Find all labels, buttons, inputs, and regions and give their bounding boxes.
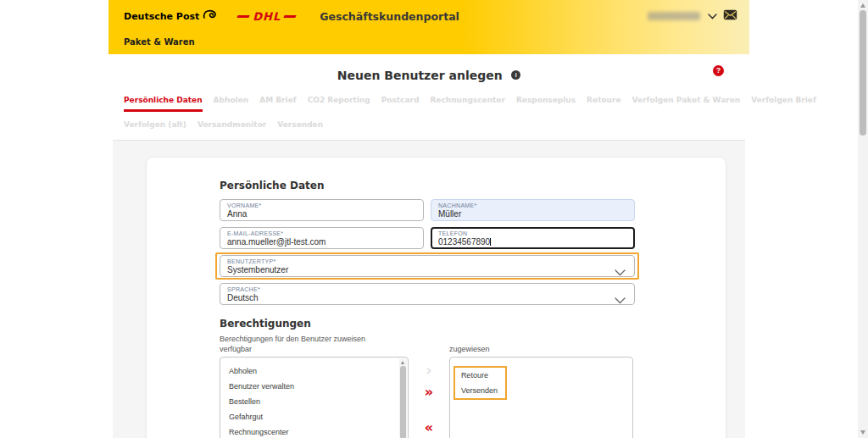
chevron-down-icon	[615, 264, 626, 280]
tab-verfolgen-alt[interactable]: Verfolgen (alt)	[124, 120, 186, 134]
posthorn-icon	[203, 8, 217, 24]
add-selected-button[interactable]: ›	[426, 363, 431, 378]
user-menu-chevron-down-icon[interactable]	[708, 14, 717, 19]
vorname-label: VORNAME*	[227, 202, 416, 209]
list-item[interactable]: Versenden	[455, 383, 505, 398]
nachname-field[interactable]: NACHNAME* Müller	[431, 199, 635, 221]
site-column: Deutsche Post DHL Geschäftskundenportal …	[108, 0, 749, 438]
help-icon[interactable]: ?	[713, 65, 724, 76]
form-card: Persönliche Daten VORNAME* Anna NACHNAME…	[146, 157, 726, 438]
text-cursor	[490, 238, 491, 246]
list-item[interactable]: Gefahrgut	[220, 409, 408, 424]
permissions-section: Berechtigungen Berechtigungen für den Be…	[220, 318, 633, 438]
vorname-value: Anna	[227, 209, 416, 219]
benutzertyp-label: BENUTZERTYP*	[227, 258, 627, 265]
transfer-buttons: › » « ‹	[409, 345, 449, 438]
scrollbar-thumb[interactable]	[400, 366, 406, 438]
list-item[interactable]: Abholen	[220, 363, 408, 379]
mail-envelope-icon[interactable]	[723, 8, 737, 24]
tab-postcard[interactable]: Postcard	[381, 96, 420, 109]
email-value: anna.mueller@jtl-test.com	[227, 237, 416, 247]
scroll-down-icon[interactable]	[860, 430, 865, 435]
add-all-button[interactable]: »	[425, 385, 433, 399]
email-field[interactable]: E-MAIL-ADRESSE* anna.mueller@jtl-test.co…	[220, 227, 424, 249]
scroll-up-icon[interactable]	[860, 3, 865, 8]
info-icon[interactable]: i	[511, 70, 520, 80]
telefon-field[interactable]: TELEFON 01234567890	[431, 227, 635, 249]
telefon-value: 01234567890	[438, 237, 490, 247]
tab-co2-reporting[interactable]: CO2 Reporting	[308, 96, 370, 109]
deutsche-post-wordmark: Deutsche Post	[124, 11, 199, 22]
benutzertyp-value: Systembenutzer	[227, 265, 627, 274]
user-name-redacted[interactable]	[648, 12, 700, 20]
list-item[interactable]: Bestellen	[220, 394, 408, 409]
tab-persoenliche-daten[interactable]: Persönliche Daten	[124, 96, 203, 112]
vorname-field[interactable]: VORNAME* Anna	[220, 199, 424, 221]
personal-data-fields: VORNAME* Anna NACHNAME* Müller E-MAIL-AD…	[220, 199, 633, 305]
section-title-berechtigungen: Berechtigungen	[220, 318, 633, 330]
browser-scrollbar[interactable]	[858, 0, 868, 438]
sprache-label: SPRACHE*	[227, 286, 627, 293]
assigned-permissions-list[interactable]: Retoure Versenden	[449, 357, 633, 438]
list-item[interactable]: Retoure	[455, 368, 505, 383]
permissions-subtitle: Berechtigungen für den Benutzer zuweisen	[220, 334, 633, 344]
title-band: Neuen Benutzer anlegen i ? Persönliche D…	[108, 54, 749, 141]
available-permissions-list[interactable]: Abholen Benutzer verwalten Bestellen Gef…	[220, 357, 409, 438]
tab-rechnungscenter[interactable]: Rechnungscenter	[430, 96, 505, 109]
dhl-logo-bar	[284, 15, 297, 18]
section-title-persoenliche-daten: Persönliche Daten	[220, 180, 633, 191]
tabs-divider	[113, 140, 745, 141]
available-list-label: verfügbar	[220, 345, 409, 357]
nachname-label: NACHNAME*	[438, 202, 627, 209]
tab-versenden[interactable]: Versenden	[277, 120, 323, 134]
portal-title: Geschäftskundenportal	[320, 10, 459, 23]
remove-all-button[interactable]: «	[425, 421, 433, 435]
email-label: E-MAIL-ADRESSE*	[227, 230, 416, 237]
list-scrollbar[interactable]	[399, 358, 407, 438]
tab-retoure[interactable]: Retoure	[587, 96, 620, 109]
tab-abholen[interactable]: Abholen	[214, 96, 249, 109]
dhl-wordmark: DHL	[253, 10, 281, 23]
scroll-up-icon[interactable]	[401, 361, 404, 364]
page-title: Neuen Benutzer anlegen	[337, 69, 503, 82]
tab-versandmonitor[interactable]: Versandmonitor	[198, 120, 266, 134]
sprache-select[interactable]: SPRACHE* Deutsch	[220, 283, 635, 305]
tab-am-brief[interactable]: AM Brief	[259, 96, 296, 109]
benutzertyp-select[interactable]: BENUTZERTYP* Systembenutzer	[220, 255, 635, 277]
sprache-value: Deutsch	[227, 293, 627, 302]
dhl-logo-bar	[237, 15, 250, 18]
nachname-value: Müller	[438, 209, 627, 219]
list-item[interactable]: Benutzer verwalten	[220, 379, 408, 394]
list-item[interactable]: Rechnungscenter	[220, 424, 408, 438]
tutorial-highlight-assigned: Retoure Versenden	[453, 366, 507, 400]
tab-verfolgen-brief[interactable]: Verfolgen Brief	[751, 96, 816, 109]
tab-bar: Persönliche Daten Abholen AM Brief CO2 R…	[124, 96, 734, 134]
assigned-list-label: zugewiesen	[449, 345, 633, 357]
dhl-logo[interactable]: DHL	[237, 10, 296, 23]
nav-paket-und-waren[interactable]: Paket & Waren	[124, 37, 195, 47]
telefon-label: TELEFON	[438, 230, 627, 237]
header: Deutsche Post DHL Geschäftskundenportal …	[108, 0, 749, 54]
scrollbar-thumb[interactable]	[860, 10, 866, 136]
chevron-down-icon	[615, 292, 626, 308]
tab-responseplus[interactable]: Responseplus	[516, 96, 576, 109]
deutsche-post-logo[interactable]: Deutsche Post	[124, 8, 217, 24]
tab-verfolgen-paket-waren[interactable]: Verfolgen Paket & Waren	[632, 96, 741, 109]
main-area: Persönliche Daten VORNAME* Anna NACHNAME…	[113, 141, 745, 438]
